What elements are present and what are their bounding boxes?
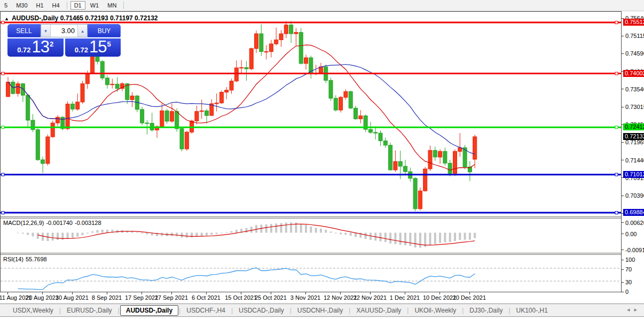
buy-price-prefix: 0.72: [75, 46, 88, 54]
time-label: 1 Dec 2021: [390, 294, 420, 301]
tab-ukoil-weekly[interactable]: UKOil-,Weekly: [409, 305, 461, 316]
time-label: 20 Aug 2021: [26, 294, 59, 301]
price-badge-support-level-blue-1: 0.71012: [623, 171, 644, 178]
time-label: 17 Sep 2021: [125, 294, 158, 301]
rsi-scale-tick: [622, 292, 624, 292]
time-axis[interactable]: 11 Aug 202120 Aug 202130 Aug 20218 Sep 2…: [0, 293, 622, 301]
time-label: 22 Nov 2021: [354, 294, 387, 301]
price-tick-label: 0.71965: [625, 139, 644, 145]
buy-button[interactable]: BUY: [88, 24, 121, 37]
time-label: 20 Dec 2021: [453, 294, 486, 301]
tab-usdx-weekly[interactable]: USDX,Weekly: [7, 305, 59, 316]
price-badge-support-level-green: 0.72412: [623, 123, 644, 130]
chart-tabs: USDX,Weekly|EURUSD-,Daily|AUDUSD-,Daily|…: [0, 304, 644, 317]
sell-button[interactable]: SELL: [7, 24, 41, 37]
macd-scale-tick: [622, 234, 624, 234]
chart-title-symbol: AUDUSD-,Daily: [12, 14, 58, 22]
time-label: 15 Oct 2021: [225, 294, 257, 301]
price-badge-current-price: 0.72132: [623, 133, 644, 140]
timeframe-button-d1[interactable]: D1: [70, 1, 85, 10]
macd-scale-label: -0.00919: [625, 247, 644, 253]
time-label: 12 Nov 2021: [324, 294, 357, 301]
time-label: 8 Sep 2021: [92, 294, 122, 301]
price-tick-label: 0.75115: [625, 33, 644, 39]
collapse-icon[interactable]: ▲: [4, 16, 9, 21]
one-click-trading-panel: SELL ▾ 3.00 ▴ BUY 0.72132 0.72155: [7, 24, 121, 57]
price-tick-label: 0.70390: [625, 192, 644, 199]
tab-separator: |: [508, 307, 510, 314]
chart-window: ▲AUDUSD-,Daily 0.71465 0.72193 0.71197 0…: [0, 11, 622, 292]
price-tick-label: 0.74590: [625, 50, 644, 57]
macd-label: MACD(12,26,9)-0.001740-0.003128: [3, 220, 104, 226]
macd-scale-label: 0.00: [625, 231, 637, 237]
tab-separator: |: [349, 307, 350, 314]
tab-separator: |: [231, 307, 233, 314]
rsi-chart[interactable]: [1, 255, 621, 292]
tab-uk100-h1[interactable]: UK100-,H1: [511, 305, 553, 316]
macd-histogram: [17, 222, 476, 247]
sell-price-button[interactable]: 0.72132: [7, 38, 64, 57]
time-label: 25 Oct 2021: [255, 294, 287, 301]
time-label: 10 Dec 2021: [423, 294, 456, 301]
price-tick: [622, 196, 624, 196]
chevron-down-icon: ▾: [44, 28, 47, 34]
price-tick: [622, 36, 624, 36]
rsi-scale-label: 30: [625, 279, 632, 285]
timeframe-button-mn[interactable]: MN: [104, 1, 120, 10]
time-label: 3 Nov 2021: [290, 294, 320, 301]
buy-price-button[interactable]: 0.72155: [65, 38, 121, 57]
rsi-scale-tick: [622, 269, 624, 270]
price-badge-resistance-level-1: 0.75512: [623, 19, 644, 26]
price-tick: [622, 142, 624, 143]
tab-separator: |: [462, 307, 464, 314]
sell-price-pipette: 2: [50, 40, 53, 48]
rsi-scale-label: 70: [625, 266, 632, 273]
rsi-line: [18, 268, 475, 290]
rsi-scale-label: 0: [625, 289, 629, 295]
rsi-scale-label: 100: [625, 256, 635, 263]
volume-input[interactable]: 3.00: [51, 25, 77, 37]
timeframe-button-w1[interactable]: W1: [87, 1, 103, 10]
timeframe-toolbar: 5M30H1H4D1W1MN: [0, 0, 644, 11]
chevron-up-icon: ▴: [81, 28, 84, 34]
tab-usdchf-h4[interactable]: USDCHF-,H4: [181, 305, 231, 316]
tab-separator: |: [407, 307, 409, 314]
macd-pane[interactable]: MACD(12,26,9)-0.001740-0.003128: [1, 219, 621, 253]
volume-stepper: ▾ 3.00 ▴: [41, 24, 88, 37]
price-tick-label: 0.73015: [625, 104, 644, 110]
chart-title-ohlc: 0.71465 0.72193 0.71197 0.72132: [60, 14, 158, 22]
price-axis[interactable]: 0.756400.751150.745900.740650.735400.730…: [622, 11, 644, 293]
timeframe-button-h1[interactable]: H1: [33, 1, 48, 10]
time-label: 6 Oct 2021: [192, 294, 221, 301]
volume-decrease-button[interactable]: ▾: [41, 25, 51, 37]
price-tick: [622, 107, 624, 107]
rsi-scale-tick: [622, 282, 624, 283]
tab-dj30-daily[interactable]: DJ30-,Daily: [464, 305, 508, 316]
macd-scale-tick: [622, 222, 624, 223]
macd-scale-label: 0.006201: [625, 220, 644, 226]
timeframe-button-5[interactable]: 5: [1, 1, 11, 10]
rsi-pane[interactable]: RSI(14)55.7698: [1, 255, 621, 292]
tab-scroll-left-icon[interactable]: ◂: [627, 306, 634, 313]
price-chart-pane[interactable]: ▲AUDUSD-,Daily 0.71465 0.72193 0.71197 0…: [1, 12, 621, 216]
price-tick: [622, 160, 624, 160]
time-label: 30 Aug 2021: [56, 294, 89, 301]
toolbar-separator: [67, 2, 67, 9]
macd-scale-tick: [622, 250, 624, 250]
price-badge-support-level-blue-2: 0.69884: [623, 209, 644, 216]
volume-increase-button[interactable]: ▴: [77, 25, 87, 37]
price-tick-label: 0.73540: [625, 86, 644, 92]
tab-scroll-right-icon[interactable]: ▸: [634, 306, 641, 313]
timeframe-button-m30[interactable]: M30: [12, 1, 31, 10]
tab-separator: |: [118, 307, 120, 314]
tab-separator: |: [59, 307, 61, 314]
tab-usdcad-daily[interactable]: USDCAD-,Daily: [233, 305, 289, 316]
tab-eurusd-daily[interactable]: EURUSD-,Daily: [61, 305, 117, 316]
price-tick: [622, 53, 624, 54]
tab-xauusd-daily[interactable]: XAUUSD-,Daily: [351, 305, 406, 316]
timeframe-button-h4[interactable]: H4: [49, 1, 64, 10]
tab-audusd-daily[interactable]: AUDUSD-,Daily: [120, 305, 178, 316]
chart-title: ▲AUDUSD-,Daily 0.71465 0.72193 0.71197 0…: [4, 14, 158, 22]
sell-price-digits: 13: [32, 39, 49, 55]
tab-usdcnh-daily[interactable]: USDCNH-,Daily: [292, 305, 348, 316]
